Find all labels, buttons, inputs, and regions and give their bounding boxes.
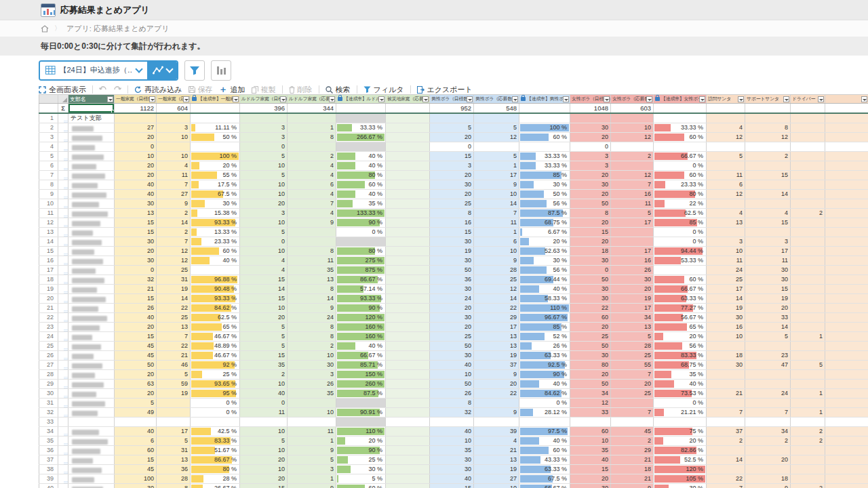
branch-name-cell[interactable] <box>68 474 115 484</box>
record-icon-cell[interactable] <box>58 123 68 133</box>
data-cell[interactable] <box>654 418 707 427</box>
search-button[interactable]: 検索 <box>326 85 351 95</box>
data-cell[interactable]: 11 <box>745 256 791 266</box>
data-cell[interactable]: 4 <box>745 209 791 218</box>
data-cell[interactable] <box>791 455 825 465</box>
data-cell[interactable]: 30 <box>430 455 474 465</box>
data-cell[interactable]: 20 <box>611 380 654 389</box>
data-cell[interactable]: 5 <box>240 436 288 446</box>
data-cell[interactable]: 10 <box>115 152 157 161</box>
data-cell[interactable] <box>825 228 868 237</box>
data-cell[interactable] <box>791 418 825 427</box>
data-cell[interactable] <box>791 465 825 474</box>
data-cell[interactable]: 50 <box>115 361 157 370</box>
data-cell[interactable]: 7 <box>474 209 519 218</box>
data-cell[interactable]: 260 % <box>336 380 386 389</box>
data-cell[interactable]: 20 <box>570 237 611 247</box>
column-header[interactable]: 【達成率】男性ボラ <box>519 95 570 104</box>
filter-dropdown-icon[interactable] <box>107 96 113 102</box>
data-cell[interactable] <box>386 304 430 313</box>
data-cell[interactable]: 12 <box>474 133 519 142</box>
data-cell[interactable] <box>386 323 430 332</box>
data-cell[interactable] <box>386 266 430 275</box>
data-cell[interactable] <box>707 113 745 123</box>
data-cell[interactable] <box>825 237 868 247</box>
data-cell[interactable]: 0 <box>240 237 288 247</box>
data-cell[interactable]: 4 <box>288 209 336 218</box>
data-cell[interactable]: 35 % <box>336 199 386 209</box>
data-cell[interactable] <box>791 285 825 294</box>
data-cell[interactable] <box>611 237 654 247</box>
data-cell[interactable] <box>386 228 430 237</box>
data-cell[interactable]: 9 <box>474 370 519 380</box>
data-cell[interactable]: 11 <box>611 199 654 209</box>
column-header[interactable]: 一般家庭（目標数） <box>115 95 157 104</box>
row-number[interactable]: 14 <box>39 237 58 247</box>
data-cell[interactable]: 26 % <box>519 342 570 351</box>
data-cell[interactable] <box>825 389 868 399</box>
data-cell[interactable]: 40 <box>430 427 474 436</box>
data-cell[interactable] <box>386 389 430 399</box>
branch-name-cell[interactable] <box>68 152 115 161</box>
row-number[interactable]: 10 <box>39 199 58 209</box>
data-cell[interactable] <box>386 370 430 380</box>
data-cell[interactable]: 8 <box>288 133 336 142</box>
data-cell[interactable]: 90 % <box>336 304 386 313</box>
data-cell[interactable]: 20 <box>115 133 157 142</box>
record-icon-cell[interactable] <box>58 228 68 237</box>
data-cell[interactable]: 14 <box>745 190 791 199</box>
data-cell[interactable]: 20 % <box>654 332 707 342</box>
data-cell[interactable] <box>791 380 825 389</box>
data-cell[interactable]: 83.33 % <box>191 436 240 446</box>
data-cell[interactable]: 42.5 % <box>191 427 240 436</box>
data-cell[interactable]: 3 <box>570 161 611 171</box>
data-cell[interactable]: 10 <box>570 436 611 446</box>
branch-name-cell[interactable] <box>68 180 115 190</box>
filter-dropdown-icon[interactable] <box>646 96 652 102</box>
data-cell[interactable]: 9 <box>288 446 336 455</box>
branch-name-cell[interactable] <box>68 427 115 436</box>
data-cell[interactable] <box>386 180 430 190</box>
data-cell[interactable]: 1 <box>791 332 825 342</box>
data-cell[interactable] <box>825 294 868 304</box>
data-cell[interactable]: 6.67 % <box>519 228 570 237</box>
data-cell[interactable] <box>825 152 868 161</box>
data-cell[interactable] <box>386 446 430 455</box>
data-cell[interactable]: 87.5 % <box>336 389 386 399</box>
data-cell[interactable]: 49 <box>115 408 157 418</box>
row-number[interactable]: 26 <box>39 351 58 361</box>
data-cell[interactable]: 90 % <box>519 370 570 380</box>
filter-dropdown-icon[interactable] <box>149 96 155 102</box>
data-cell[interactable]: 20 <box>570 190 611 199</box>
data-cell[interactable] <box>825 190 868 199</box>
data-cell[interactable]: 7 <box>611 408 654 418</box>
record-icon-cell[interactable] <box>58 152 68 161</box>
row-number[interactable]: 19 <box>39 285 58 294</box>
row-number[interactable]: 27 <box>39 361 58 370</box>
data-cell[interactable] <box>386 436 430 446</box>
data-cell[interactable]: 14 <box>707 294 745 304</box>
data-cell[interactable]: 21.21 % <box>654 408 707 418</box>
data-cell[interactable]: 30 <box>430 313 474 323</box>
data-cell[interactable]: 19 <box>474 351 519 361</box>
data-cell[interactable] <box>430 418 474 427</box>
data-cell[interactable]: 0 % <box>654 228 707 237</box>
record-icon-cell[interactable] <box>58 209 68 218</box>
data-cell[interactable] <box>791 313 825 323</box>
record-icon-cell[interactable] <box>58 275 68 285</box>
data-cell[interactable]: 36 <box>157 465 191 474</box>
data-cell[interactable] <box>825 465 868 474</box>
filter-dropdown-icon[interactable] <box>861 96 867 102</box>
save-button[interactable]: 保存 <box>189 85 213 95</box>
data-cell[interactable]: 11 <box>474 218 519 228</box>
data-cell[interactable]: 20 <box>240 313 288 323</box>
data-cell[interactable]: 13 <box>157 455 191 465</box>
column-header[interactable]: 【達成率】一般家庭 <box>191 95 240 104</box>
data-cell[interactable]: 87.5 % <box>519 209 570 218</box>
record-icon-cell[interactable] <box>58 237 68 247</box>
data-cell[interactable]: 52.63 % <box>519 247 570 256</box>
data-cell[interactable]: 80 % <box>654 190 707 199</box>
data-cell[interactable]: 30 <box>745 266 791 275</box>
record-icon-cell[interactable] <box>58 304 68 313</box>
data-cell[interactable]: 93.33 % <box>336 294 386 304</box>
